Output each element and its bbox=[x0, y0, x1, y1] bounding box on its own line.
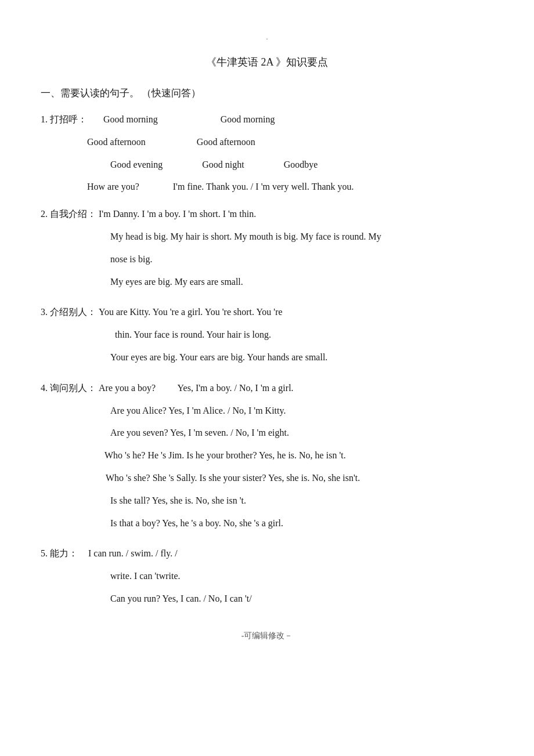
item-1-greeting1b: Good morning bbox=[221, 114, 275, 124]
item-4-text4: Who 's he? He 's Jim. Is he your brother… bbox=[104, 450, 346, 460]
item-4-line4: Who 's he? He 's Jim. Is he your brother… bbox=[41, 447, 493, 464]
item-1-how: How are you? bbox=[87, 182, 139, 191]
item-2-text2: My head is big. My hair is short. My mou… bbox=[110, 231, 381, 241]
item-1-line4: How are you? I'm fine. Thank you. / I 'm… bbox=[41, 179, 493, 196]
item-2-text1: I'm Danny. I 'm a boy. I 'm short. I 'm … bbox=[99, 209, 256, 219]
item-4-line2: Are you Alice? Yes, I 'm Alice. / No, I … bbox=[41, 403, 493, 419]
item-1-header: 1. 打招呼： Good morning Good morning bbox=[41, 111, 493, 128]
item-4-text2: Are you Alice? Yes, I 'm Alice. / No, I … bbox=[110, 406, 286, 415]
item-3-header: 3. 介绍别人： You are Kitty. You 're a girl. … bbox=[41, 304, 493, 321]
footer: -可编辑修改－ bbox=[41, 631, 493, 641]
item-3-label: 介绍别人： bbox=[50, 307, 96, 317]
item-1-line2: Good afternoon Good afternoon bbox=[41, 134, 493, 151]
item-3-text3: Your eyes are big. Your ears are big. Yo… bbox=[110, 352, 327, 362]
item-2-line2: My head is big. My hair is short. My mou… bbox=[41, 229, 493, 245]
item-4-line7: Is that a boy? Yes, he 's a boy. No, she… bbox=[41, 515, 493, 532]
item-1-label: 打招呼： bbox=[50, 114, 87, 124]
item-4-answer1: Yes, I'm a boy. / No, I 'm a girl. bbox=[178, 383, 294, 393]
item-4-number: 4. bbox=[41, 383, 48, 393]
item-5-label: 能力： bbox=[50, 548, 78, 558]
item-4-text3: Are you seven? Yes, I 'm seven. / No, I … bbox=[110, 428, 289, 437]
item-3: 3. 介绍别人： You are Kitty. You 're a girl. … bbox=[41, 304, 493, 366]
item-4-text5: Who 's she? She 's Sally. Is she your si… bbox=[106, 473, 360, 483]
item-2-text3: nose is big. bbox=[110, 254, 152, 264]
page-title: 《牛津英语 2A 》知识要点 bbox=[41, 55, 493, 69]
item-1-greeting3a: Good evening bbox=[110, 160, 163, 169]
item-5-number: 5. bbox=[41, 548, 48, 558]
item-2-text4: My eyes are big. My ears are small. bbox=[110, 277, 243, 287]
page-dot: · bbox=[41, 35, 493, 44]
item-1-line3: Good evening Good night Goodbye bbox=[41, 157, 493, 173]
item-4-line5: Who 's she? She 's Sally. Is she your si… bbox=[41, 470, 493, 487]
item-4-label: 询问别人： bbox=[50, 383, 96, 393]
item-4-header: 4. 询问别人： Are you a boy? Yes, I'm a boy. … bbox=[41, 380, 493, 397]
item-1-greeting3c: Goodbye bbox=[284, 160, 318, 169]
item-1-greeting3b: Good night bbox=[202, 160, 244, 169]
item-1-fine: I'm fine. Thank you. / I 'm very well. T… bbox=[173, 182, 354, 191]
item-1-number: 1. bbox=[41, 114, 48, 124]
item-4-text7: Is that a boy? Yes, he 's a boy. No, she… bbox=[110, 518, 283, 528]
item-3-text2: thin. Your face is round. Your hair is l… bbox=[115, 330, 271, 339]
item-4-text1: Are you a boy? bbox=[99, 383, 156, 393]
item-1-greeting2a: Good afternoon bbox=[87, 137, 146, 147]
item-3-line3: Your eyes are big. Your ears are big. Yo… bbox=[41, 349, 493, 366]
item-5-header: 5. 能力： I can run. / swim. / fly. / bbox=[41, 545, 493, 562]
item-5: 5. 能力： I can run. / swim. / fly. / write… bbox=[41, 545, 493, 607]
item-3-text1: You are Kitty. You 're a girl. You 're s… bbox=[99, 307, 283, 317]
item-4-text6: Is she tall? Yes, she is. No, she isn 't… bbox=[110, 495, 246, 505]
item-2-header: 2. 自我介绍： I'm Danny. I 'm a boy. I 'm sho… bbox=[41, 206, 493, 223]
item-2-line3: nose is big. bbox=[41, 251, 493, 268]
item-4-line3: Are you seven? Yes, I 'm seven. / No, I … bbox=[41, 425, 493, 442]
item-2-number: 2. bbox=[41, 209, 48, 219]
item-5-line2: write. I can 'twrite. bbox=[41, 568, 493, 585]
item-4: 4. 询问别人： Are you a boy? Yes, I'm a boy. … bbox=[41, 380, 493, 532]
item-2-label: 自我介绍： bbox=[50, 209, 96, 219]
item-3-line2: thin. Your face is round. Your hair is l… bbox=[41, 327, 493, 343]
item-5-line3: Can you run? Yes, I can. / No, I can 't/ bbox=[41, 591, 493, 607]
item-3-number: 3. bbox=[41, 307, 48, 317]
section1: 一、需要认读的句子。 （快速问答） 1. 打招呼： Good morning G… bbox=[41, 86, 493, 607]
item-1-greeting1a: Good morning bbox=[103, 114, 158, 124]
item-5-text1: I can run. / swim. / fly. / bbox=[88, 548, 178, 558]
item-4-line6: Is she tall? Yes, she is. No, she isn 't… bbox=[41, 493, 493, 509]
item-1: 1. 打招呼： Good morning Good morning Good a… bbox=[41, 111, 493, 196]
item-1-greeting2b: Good afternoon bbox=[197, 137, 255, 147]
item-2-line4: My eyes are big. My ears are small. bbox=[41, 274, 493, 291]
section1-header: 一、需要认读的句子。 （快速问答） bbox=[41, 86, 493, 100]
item-5-text2: write. I can 'twrite. bbox=[110, 571, 181, 581]
item-2: 2. 自我介绍： I'm Danny. I 'm a boy. I 'm sho… bbox=[41, 206, 493, 290]
item-5-text3: Can you run? Yes, I can. / No, I can 't/ bbox=[110, 594, 252, 603]
